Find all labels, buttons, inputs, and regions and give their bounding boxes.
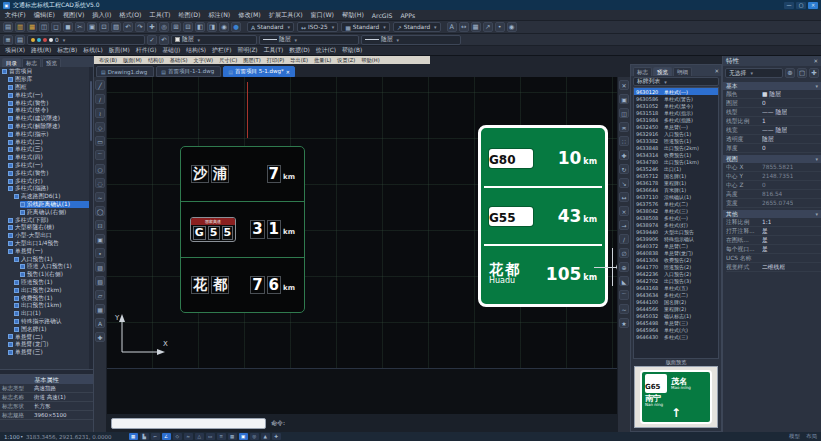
panel-menu-item[interactable]: 布设(B) (99, 57, 117, 64)
tree-item[interactable]: 沿线距离确认(1) (20, 201, 90, 209)
sign-list-row[interactable]: 9638508 多柱式(一) (634, 214, 718, 221)
app-menu-item[interactable]: 护栏(F) (212, 46, 231, 55)
object-snap-icon[interactable]: ◇ (173, 433, 182, 440)
transparency-icon[interactable]: ▩ (228, 433, 237, 440)
array-icon[interactable]: ∷ (619, 136, 629, 146)
tree-item[interactable]: 单柱式(三) (8, 146, 90, 154)
menu-item[interactable]: 视图(V) (63, 11, 84, 20)
pan-icon[interactable]: ✚ (147, 22, 157, 32)
multileader-style-icon[interactable]: ↗ (483, 22, 493, 32)
tree-item[interactable]: 匝道预告(1) (14, 279, 90, 287)
menu-item[interactable]: 绘图(D) (178, 11, 200, 20)
viewports-icon[interactable]: ◧ (195, 22, 205, 32)
open-file-icon[interactable]: ▥ (15, 22, 25, 32)
render-icon[interactable]: ● (231, 22, 241, 32)
menu-item[interactable]: 插入(I) (92, 11, 111, 20)
multiline-text-icon[interactable]: A (95, 318, 105, 328)
object-snap-tracking-icon[interactable]: ≈ (184, 433, 193, 440)
menu-item[interactable]: 工具(T) (149, 11, 170, 20)
panel-menu-item[interactable]: 尺寸(C) (219, 57, 237, 64)
app-menu-item[interactable]: 标线(L) (83, 46, 102, 55)
list-panel-tab[interactable]: 预览 (653, 67, 672, 76)
sign-list-row[interactable]: 9643634 多柱式(二) (634, 291, 718, 298)
redo-icon[interactable]: ↷ (135, 22, 145, 32)
app-menu-item[interactable]: 版面(M) (109, 46, 130, 55)
scale-select[interactable]: 1:100 (4, 434, 23, 440)
sign-list-row[interactable]: 9644100 国名牌(2) (634, 298, 718, 305)
annotation-monitor-icon[interactable]: ▲ (261, 433, 270, 440)
tree-item[interactable]: 单柱式(指示) (8, 130, 90, 138)
make-block-icon[interactable]: ▣ (95, 234, 105, 244)
sign-list-row[interactable]: 9641770 匝道预告(2) (634, 263, 718, 270)
break-icon[interactable]: ∅ (619, 248, 629, 258)
selection-filter-select[interactable]: 无选择 (725, 68, 783, 78)
app-menu-item[interactable]: 数据(D) (289, 46, 310, 55)
ellipse-icon[interactable]: ◯ (95, 206, 105, 216)
sign-list-select[interactable]: 标牌列表 (633, 77, 719, 86)
tree-item[interactable]: 高速路图D6(1) (14, 193, 90, 201)
save-icon[interactable]: ▦ (27, 22, 37, 32)
rotate-icon[interactable]: ↻ (619, 164, 629, 174)
spline-icon[interactable]: ~ (95, 192, 105, 202)
chamfer-icon[interactable]: ◣ (619, 276, 629, 286)
sign-list-row[interactable]: 9633848 出口预告(2km) (634, 144, 718, 151)
layer-properties-icon[interactable]: ≣ (3, 35, 13, 45)
stretch-icon[interactable]: ↔ (619, 192, 629, 202)
rendered-distance-sign[interactable]: G80 10 km G55 43 km (478, 125, 608, 307)
named-views-icon[interactable]: ◨ (207, 22, 217, 32)
units-icon[interactable]: ◉ (507, 22, 517, 32)
add-selected-icon[interactable]: ✚ (95, 332, 105, 342)
app-menu-item[interactable]: 杆件(G) (136, 46, 157, 55)
sign-list-row[interactable]: 9641304 收费预告(2) (634, 256, 718, 263)
sign-list-row[interactable]: 9633382 匝道预告(1) (634, 137, 718, 144)
orbit-icon[interactable]: ◉ (219, 22, 229, 32)
tree-item[interactable]: 多柱式(灯) (8, 177, 90, 185)
erase-icon[interactable]: ✕ (619, 80, 629, 90)
menu-item[interactable]: ArcGIS (372, 12, 393, 19)
sign-list-row[interactable]: 9636644 百米牌(1) (634, 186, 718, 193)
copy-icon[interactable]: ▣ (619, 94, 629, 104)
sign-list-row[interactable]: 9645032 确认标志(1) (634, 312, 718, 319)
undo-icon[interactable]: ↶ (123, 22, 133, 32)
table-style-icon[interactable]: ▦ (471, 22, 481, 32)
print-icon[interactable]: ◫ (39, 22, 49, 32)
menu-item[interactable]: 帮助(H) (342, 11, 364, 20)
tree-item[interactable]: 国名牌(1) (14, 325, 90, 333)
menu-item[interactable]: 修改(M) (238, 11, 261, 20)
close-button[interactable]: ✕ (808, 2, 818, 9)
tree-item[interactable]: 单悬臂(一) (8, 247, 90, 255)
drawing-canvas[interactable]: 沙浦 7 km 国家高速 G55 31 km (107, 77, 617, 368)
sign-list-row[interactable]: 9643168 单柱式(五) (634, 284, 718, 291)
sign-list-row[interactable]: 9630120 单柱式(一) (634, 88, 718, 95)
selection-cycling-icon[interactable]: ◎ (250, 433, 259, 440)
tree-item[interactable]: 单柱式(警告) (8, 99, 90, 107)
menu-item[interactable]: 文件(F) (5, 11, 26, 20)
mleader-style-select-icon[interactable]: ↗ Standard (393, 22, 441, 32)
break-at-point-icon[interactable]: / (619, 234, 629, 244)
zoom-realtime-icon[interactable]: ◎ (159, 22, 169, 32)
menu-item[interactable]: 编辑(E) (34, 11, 55, 20)
property-row[interactable]: 厚度 0 (726, 144, 821, 153)
tree-item[interactable]: 匝道 入口预告(1) (20, 263, 90, 271)
text-style-select-icon[interactable]: A Standard (247, 22, 294, 32)
panel-menu-item[interactable]: 打印(P) (267, 57, 285, 64)
dynamic-input-icon[interactable]: ▭ (206, 433, 215, 440)
property-row[interactable]: 宽度 2655.0745 (726, 199, 821, 208)
panel-menu-item[interactable]: 帮助(H) (361, 57, 379, 64)
zoom-previous-icon[interactable]: ⊟ (183, 22, 193, 32)
tree-item[interactable]: 单柱式(禁令) (8, 107, 90, 115)
panel-menu-item[interactable]: 图层(T) (243, 57, 261, 64)
move-icon[interactable]: ✚ (619, 150, 629, 160)
sign-list-row[interactable]: 9639906 特殊指示确认 (634, 235, 718, 242)
zoom-window-icon[interactable]: ⊞ (171, 22, 181, 32)
tree-item[interactable]: 出口预告(1km) (14, 302, 90, 310)
panel-menu-item[interactable]: 版面(M) (123, 57, 142, 64)
sign-list-row[interactable]: 9632916 入口预告(1) (634, 130, 718, 137)
quick-properties-icon[interactable]: ▣ (239, 433, 248, 440)
arc-icon[interactable]: ⌒ (95, 150, 105, 160)
sign-list-row[interactable]: 9642236 入口预告(2) (634, 270, 718, 277)
join-icon[interactable]: ⊕ (619, 262, 629, 272)
explode-icon[interactable]: ★ (619, 318, 629, 328)
tab-close-icon[interactable]: ✕ (286, 69, 290, 75)
sign-list-row[interactable]: 9631052 单柱式(禁令) (634, 102, 718, 109)
